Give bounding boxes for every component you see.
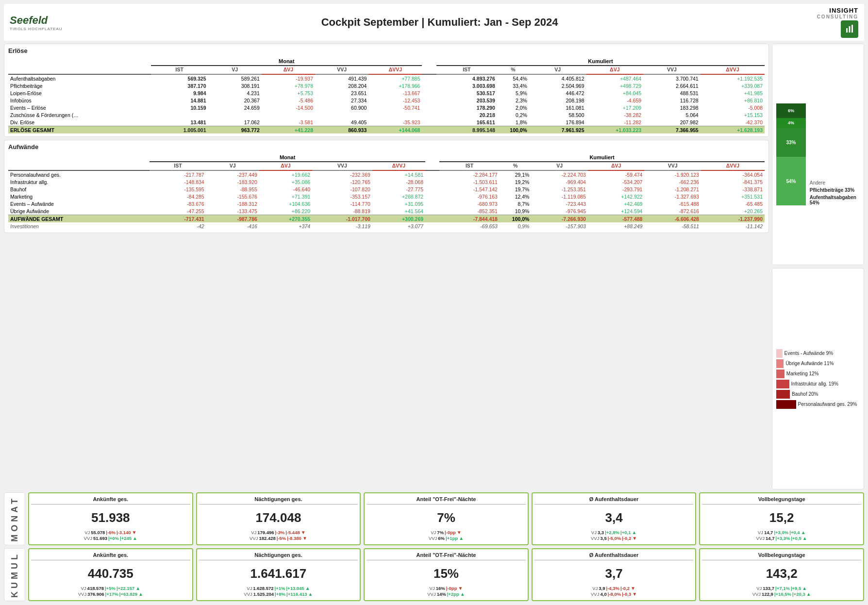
aufwaende-cell: -1.253.351 [531,185,587,193]
vj-abs: |+13.045 [286,586,304,591]
erloese-cell: 5,9% [497,89,529,97]
aufwaende-chart-label: Infrastruktur allg. 19% [791,381,838,387]
erloese-cell: 13.481 [151,118,208,126]
vj-abs: |-5.448 [285,530,300,535]
aufwaende-cell: -662.236 [644,178,701,185]
vj-label: VJ [84,530,90,535]
kpi-card-value: 3,7 [605,566,623,581]
vvj-abs: |-8.380 [287,536,301,541]
aufwaende-cell: -293.791 [588,185,644,193]
aufwaende-chart-label: Übrige Aufwände 11% [785,361,834,366]
erloese-cell: 24.659 [208,104,262,111]
kpi-card-sub: VJ 3,3 |+2,8% |+0,1 ▲ VVJ 3,5 |-5,0% |-0… [534,529,694,541]
vj-abs: |+0,1 [620,530,631,535]
erloese-chart-box: 6% 4% 33% 54% Andere Pflichtbeiträge 33%… [772,44,864,265]
aufwaende-cell: -852.351 [439,207,500,215]
aufwaende-cell: -155.676 [206,193,259,200]
vj-val: 7% [437,530,444,535]
erloese-section: Erlöse Monat Kumuliert [4,44,769,137]
vj-arrow: ▲ [632,530,636,535]
kpi-card-sub: VJ 7% |-0pp ▼ VVJ 6% |+1pp ▲ [367,529,526,541]
erloese-cell: 7.961.925 [529,126,586,134]
erloese-cell: 20.218 [436,111,497,118]
erloese-cell: 60.900 [315,104,368,111]
erloese-cell: 17.062 [208,118,262,126]
erloese-cell: 10.159 [151,104,208,111]
aufwaende-cell: +268.872 [372,193,425,200]
aufwaende-cell: -353.157 [312,193,372,200]
erloese-cell: 14.881 [151,97,208,104]
vj-pct: |-4,3% [606,586,619,591]
erloese-cell: 1.005.001 [151,126,208,134]
vvj-arrow: ▼ [632,536,637,541]
vvj-abs: |+20,3 [792,591,805,597]
erloese-cell: +1.628.193 [701,126,765,134]
vj-val: 179.496 [257,530,274,535]
aufwaende-cell: +270.355 [259,215,312,223]
vvj-abs: |+0,5 [791,536,801,541]
erloese-cell: -11.282 [586,118,644,126]
vj-pct: |+1% [275,586,285,591]
aufwaende-chart-label: Marketing 12% [786,371,819,376]
aufwaende-chart-box: Events - Aufwände 9% Übrige Aufwände 11%… [772,268,864,489]
aufwaende-cell: -1.547.142 [439,185,500,193]
erloese-cell: +498.729 [586,82,644,89]
aufwaende-cell: -577.488 [588,215,644,223]
aufwaende-cell: -42 [150,222,206,230]
erloese-cell: ERLÖSE GESAMT [8,126,151,134]
aufwaende-cell [425,193,439,200]
kpi-card-title: Nächtigungen ges. [199,552,358,560]
erloese-cell: +178.966 [368,82,422,89]
aufwaende-cell: +86.220 [259,207,312,215]
aufwaende-cell: +3.077 [372,222,425,230]
erloese-cell: 208.204 [315,82,368,89]
aufwaende-cell: 29,1% [500,170,532,178]
aufwaende-cell: -237.449 [206,170,259,178]
infos-segment: 4% [776,118,806,128]
kpi-card: Ø Aufenthaltsdauer 3,7 VJ 3,9 |-4,3% |-0… [532,548,697,601]
vj-label: VJ [758,530,763,535]
col-vvj: VVJ [315,66,368,75]
erloese-cell [151,111,208,118]
kpi-card: Ø Aufenthaltsdauer 3,4 VJ 3,3 |+2,8% |+0… [532,492,697,545]
erloese-bar: 6% 4% 33% 54% [776,103,806,205]
aufwaende-cell: -976.945 [531,207,587,215]
erloese-cell: Pflichtbeiträge [8,82,151,89]
kpi-card-value: 15% [434,566,459,581]
vj-pct: |-0pp [446,586,457,591]
erloese-cell: 963.772 [208,126,262,134]
aufwaende-cell: -11.142 [701,222,765,230]
kpi-card-value: 15,2 [769,510,794,525]
aufwaende-cell: -1.119.085 [531,193,587,200]
kumul-cards: Ankünfte ges. 440.735 VJ 418.578 |+5% |+… [28,548,864,601]
kpi-card-value: 440.735 [88,566,134,581]
kpi-card-value: 174.048 [255,510,301,525]
erloese-chart: 6% 4% 33% 54% Andere Pflichtbeiträge 33%… [776,48,860,261]
kumuliert-kpi: KUMUL Ankünfte ges. 440.735 VJ 418.578 |… [4,548,864,601]
kpi-card-title: Nächtigungen ges. [199,496,358,504]
vj-abs: |+9,5 [791,586,801,591]
insight-icon [841,20,858,38]
aufwaende-cell: -135.595 [150,185,206,193]
kumuliert-header: Kumuliert [436,57,765,66]
aufwaende-cell: -46.640 [259,185,312,193]
kpi-vvj-row: VVJ 1.525.204 |+8% |+116.413 ▲ [199,591,358,597]
kumuliert-label-box: KUMUL [4,548,25,601]
vj-val: 55.078 [91,530,105,535]
kpi-vj-row: VJ 3,3 |+2,8% |+0,1 ▲ [534,530,694,535]
aufwaende-cell: -157.903 [531,222,587,230]
erloese-cell: 9.984 [151,89,208,97]
vj-pct: |-0pp [445,530,456,535]
erloese-cell [368,111,422,118]
aufwaende-cell: -27.775 [372,185,425,193]
vj-val: 133,7 [763,586,774,591]
erloese-cell: 49.405 [315,118,368,126]
aufwaende-cell: +19.662 [259,170,312,178]
vj-arrow: ▲ [801,530,806,535]
kumuliert-kpi-row: KUMUL Ankünfte ges. 440.735 VJ 418.578 |… [4,548,864,601]
aufwaende-cell: -188.312 [206,200,259,207]
erloese-cell [422,74,436,82]
kpi-card-sub: VJ 55.078 |-6% |-3.140 ▼ VVJ 51.693 |+0%… [31,529,190,541]
kpi-vj-row: VJ 16% |-0pp ▼ [367,586,526,591]
insight-logo: INSIGHT CONSULTING [817,7,858,38]
